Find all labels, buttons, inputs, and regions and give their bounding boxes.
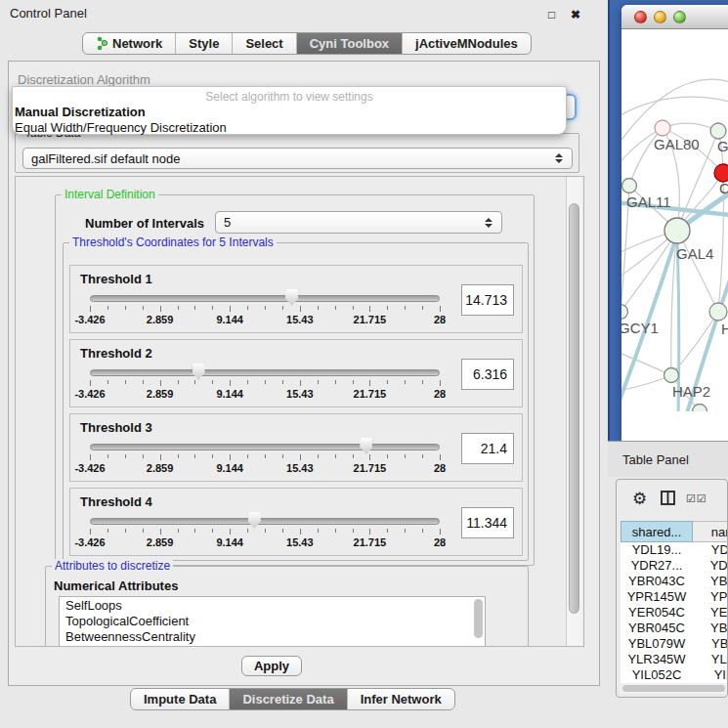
threshold-slider-thumb[interactable] bbox=[248, 512, 261, 529]
network-node-hap2[interactable] bbox=[664, 368, 679, 383]
threshold-value-field[interactable]: 11.344 bbox=[461, 507, 514, 538]
network-node-gal11[interactable] bbox=[622, 179, 637, 193]
slider-tick bbox=[230, 529, 231, 535]
threshold-slider-thumb[interactable] bbox=[360, 438, 372, 454]
tab-jactivemnodules[interactable]: jActiveMNodules bbox=[403, 33, 531, 54]
algorithm-option-manual[interactable]: Manual Discretization bbox=[13, 104, 566, 119]
slider-tick-label: 9.144 bbox=[216, 536, 243, 548]
numerical-attributes-list[interactable]: SelfLoopsTopologicalCoefficientBetweenne… bbox=[59, 596, 486, 647]
slider-tick bbox=[212, 380, 213, 384]
attribute-list-item[interactable]: BetweennessCentrality bbox=[60, 628, 485, 644]
cell-name[interactable]: YBR0 bbox=[693, 621, 728, 636]
column-header-name[interactable]: name bbox=[693, 521, 728, 542]
table-row[interactable]: YBL079WYBL0 bbox=[621, 636, 728, 652]
table-hscrollbar[interactable] bbox=[621, 683, 728, 694]
settings-scrollbar-thumb[interactable] bbox=[569, 203, 579, 614]
tab-cyni-toolbox[interactable]: Cyni Toolbox bbox=[297, 33, 403, 54]
attributes-list-scrollbar[interactable] bbox=[474, 599, 483, 638]
attribute-list-item[interactable]: SelfLoops bbox=[60, 597, 485, 613]
network-window-titlebar[interactable] bbox=[621, 5, 728, 29]
cell-shared-name[interactable]: YBR045C bbox=[621, 621, 693, 636]
slider-tick-label: 28 bbox=[434, 462, 446, 474]
select-columns-check-icons[interactable]: ☑☑ bbox=[686, 492, 707, 505]
apply-button[interactable]: Apply bbox=[241, 656, 302, 676]
slider-tick bbox=[335, 529, 336, 533]
cell-name[interactable]: YER0 bbox=[693, 605, 728, 621]
combo-spinner-icon bbox=[555, 153, 563, 163]
bottom-tab-impute-data[interactable]: Impute Data bbox=[131, 689, 230, 709]
table-hscrollbar-thumb[interactable] bbox=[622, 685, 725, 692]
table-row[interactable]: YDR27...YDR2 bbox=[621, 558, 728, 574]
bottom-tab-infer-network[interactable]: Infer Network bbox=[348, 689, 454, 709]
cell-name[interactable]: YBR0 bbox=[693, 574, 728, 589]
slider-tick-label: 21.715 bbox=[354, 536, 387, 548]
network-node-gal4[interactable] bbox=[664, 218, 690, 243]
network-node-gal80[interactable] bbox=[655, 120, 670, 136]
slider-tick bbox=[282, 380, 283, 384]
cell-shared-name[interactable]: YBR043C bbox=[621, 574, 693, 589]
slider-tick bbox=[194, 529, 195, 533]
cell-shared-name[interactable]: YER054C bbox=[621, 605, 693, 621]
cell-shared-name[interactable]: YLR345W bbox=[621, 652, 693, 667]
algorithm-option-equal-width[interactable]: Equal Width/Frequency Discretization bbox=[13, 119, 566, 135]
column-header-shared-name[interactable]: shared... bbox=[621, 521, 693, 542]
float-window-icon[interactable]: □ bbox=[548, 8, 555, 21]
table-row[interactable]: YDL19...YDL1 bbox=[621, 542, 728, 558]
threshold-slider-track[interactable] bbox=[90, 369, 440, 376]
slider-tick-label: 2.859 bbox=[147, 388, 174, 400]
network-canvas[interactable]: GAL80GACGAL11GAL4GCY1HHAP2 bbox=[621, 29, 728, 411]
attribute-list-item[interactable]: TopologicalCoefficient bbox=[60, 613, 485, 628]
cell-name[interactable]: YIL0 bbox=[693, 667, 728, 683]
network-node-ga[interactable] bbox=[710, 123, 726, 139]
slider-tick-label: 15.43 bbox=[286, 388, 314, 400]
threshold-slider-thumb[interactable] bbox=[285, 289, 298, 306]
slider-tick bbox=[422, 454, 423, 458]
threshold-slider-track[interactable] bbox=[90, 295, 440, 302]
threshold-value-field[interactable]: 14.713 bbox=[461, 284, 514, 316]
threshold-value-field[interactable]: 6.316 bbox=[461, 359, 514, 390]
cell-shared-name[interactable]: YPR145W bbox=[621, 589, 693, 605]
attributes-section-title: Attributes to discretize bbox=[52, 559, 173, 573]
cell-shared-name[interactable]: YDR27... bbox=[621, 558, 693, 574]
slider-tick bbox=[387, 529, 388, 533]
cell-shared-name[interactable]: YDL19... bbox=[621, 542, 693, 558]
numerical-attributes-label: Numerical Attributes bbox=[54, 578, 178, 593]
threshold-slider-track[interactable] bbox=[90, 518, 440, 525]
settings-scrollbar-track[interactable] bbox=[566, 177, 582, 646]
cell-shared-name[interactable]: YBL079W bbox=[621, 636, 693, 652]
bottom-tab-discretize-data[interactable]: Discretize Data bbox=[230, 689, 347, 709]
cell-name[interactable]: YBL0 bbox=[693, 636, 728, 652]
threshold-slider-thumb[interactable] bbox=[193, 364, 205, 380]
tab-select[interactable]: Select bbox=[233, 33, 296, 54]
cell-shared-name[interactable]: YIL052C bbox=[621, 667, 693, 683]
slider-tick-label: 15.43 bbox=[286, 536, 314, 548]
close-window-icon[interactable]: ✖ bbox=[571, 8, 580, 21]
tab-style[interactable]: Style bbox=[176, 33, 233, 54]
table-row[interactable]: YLR345WYLR3 bbox=[621, 652, 728, 667]
table-data-combo[interactable]: galFiltered.sif default node bbox=[22, 148, 573, 169]
network-node-h[interactable] bbox=[709, 303, 727, 321]
columns-icon[interactable] bbox=[661, 491, 676, 506]
threshold-slider-track[interactable] bbox=[90, 444, 440, 450]
node-table[interactable]: shared... name YDL19...YDL1YDR27...YDR2Y… bbox=[621, 521, 728, 683]
tab-network[interactable]: Network bbox=[83, 33, 176, 54]
cell-name[interactable]: YDL1 bbox=[693, 542, 728, 558]
slider-tick bbox=[160, 529, 161, 535]
zoom-traffic-light-icon[interactable] bbox=[673, 11, 686, 23]
threshold-value-field[interactable]: 21.4 bbox=[461, 433, 514, 464]
table-row[interactable]: YBR043CYBR0 bbox=[621, 574, 728, 589]
table-row[interactable]: YPR145WYPR1 bbox=[621, 589, 728, 605]
cell-name[interactable]: YLR3 bbox=[693, 652, 728, 667]
cell-name[interactable]: YPR1 bbox=[693, 589, 728, 605]
number-of-intervals-combo[interactable]: 5 bbox=[215, 211, 502, 234]
network-node-gcy1[interactable] bbox=[621, 305, 628, 320]
gear-icon[interactable]: ⚙ bbox=[632, 489, 647, 509]
table-row[interactable]: YBR045CYBR0 bbox=[621, 621, 728, 636]
slider-tick-label: 28 bbox=[434, 314, 446, 325]
minimize-traffic-light-icon[interactable] bbox=[654, 11, 666, 23]
close-traffic-light-icon[interactable] bbox=[634, 11, 647, 23]
slider-tick bbox=[318, 529, 319, 533]
cell-name[interactable]: YDR2 bbox=[693, 558, 728, 574]
table-row[interactable]: YER054CYER0 bbox=[621, 605, 728, 621]
table-row[interactable]: YIL052CYIL0 bbox=[621, 667, 728, 683]
